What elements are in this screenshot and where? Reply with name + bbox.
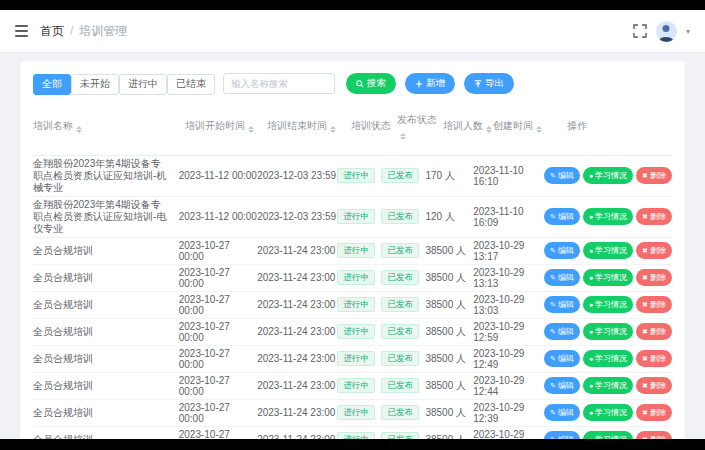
cell-actions: ✎编辑●学习情况✖删除 — [544, 323, 672, 340]
sort-icon[interactable] — [330, 126, 336, 133]
study-status-button[interactable]: ●学习情况 — [583, 269, 633, 286]
edit-button[interactable]: ✎编辑 — [544, 242, 580, 259]
study-status-icon: ● — [589, 301, 593, 308]
study-status-button[interactable]: ●学习情况 — [583, 242, 633, 259]
fullscreen-icon[interactable] — [633, 24, 647, 38]
sort-up-icon — [536, 126, 542, 129]
study-status-icon: ● — [589, 172, 593, 179]
tab-filter-3[interactable]: 已结束 — [167, 74, 215, 95]
column-label: 培训状态 — [351, 119, 391, 133]
action-label: 编辑 — [558, 211, 574, 222]
cell-publish-status: 已发布 — [381, 243, 425, 258]
study-status-button[interactable]: ●学习情况 — [583, 323, 633, 340]
column-header-0: 培训名称 — [33, 120, 185, 133]
edit-button[interactable]: ✎编辑 — [544, 323, 580, 340]
column-header-4: 发布状态 — [397, 113, 443, 140]
action-label: 学习情况 — [595, 245, 627, 256]
action-label: 删除 — [650, 245, 666, 256]
content: 全部未开始进行中已结束 搜索 新增 导出 — [0, 53, 705, 439]
edit-button[interactable]: ✎编辑 — [544, 167, 580, 184]
edit-button[interactable]: ✎编辑 — [544, 350, 580, 367]
add-button[interactable]: 新增 — [405, 73, 455, 94]
action-label: 删除 — [650, 407, 666, 418]
study-status-button[interactable]: ●学习情况 — [583, 296, 633, 313]
sort-icon[interactable] — [536, 126, 542, 133]
cell-people-count: 170 人 — [425, 169, 473, 183]
edit-button[interactable]: ✎编辑 — [544, 208, 580, 225]
sort-icon[interactable] — [486, 126, 492, 133]
delete-button[interactable]: ✖删除 — [636, 269, 672, 286]
edit-icon: ✎ — [550, 301, 556, 308]
edit-button[interactable]: ✎编辑 — [544, 404, 580, 421]
delete-button[interactable]: ✖删除 — [636, 350, 672, 367]
cell-end-time: 2023-11-24 23:00 — [257, 326, 337, 337]
column-header-7: 操作 — [567, 119, 672, 133]
cell-created-time: 2023-10-29 12:31 — [473, 429, 544, 440]
sort-icon[interactable] — [76, 126, 82, 133]
search-button[interactable]: 搜索 — [346, 73, 396, 94]
cell-publish-status: 已发布 — [381, 405, 425, 420]
delete-button[interactable]: ✖删除 — [636, 208, 672, 225]
table-row: 金翔股份2023年第4期设备专职点检员资质认证应知培训-机械专业2023-11-… — [33, 156, 672, 197]
delete-button[interactable]: ✖删除 — [636, 296, 672, 313]
delete-icon: ✖ — [642, 409, 648, 416]
action-label: 编辑 — [558, 299, 574, 310]
breadcrumb-home[interactable]: 首页 — [40, 23, 64, 40]
cell-training-status: 进行中 — [337, 270, 381, 285]
cell-end-time: 2023-12-03 23:59 — [257, 211, 337, 222]
cell-actions: ✎编辑●学习情况✖删除 — [544, 167, 672, 184]
study-status-button[interactable]: ●学习情况 — [583, 208, 633, 225]
action-label: 删除 — [650, 326, 666, 337]
delete-button[interactable]: ✖删除 — [636, 242, 672, 259]
cell-training-name: 金翔股份2023年第4期设备专职点检员资质认证应知培训-电仪专业 — [33, 199, 179, 235]
sort-icon[interactable] — [248, 126, 254, 133]
study-status-button[interactable]: ●学习情况 — [583, 431, 633, 439]
cell-created-time: 2023-11-10 16:10 — [473, 165, 544, 187]
sort-down-icon — [536, 130, 542, 133]
edit-icon: ✎ — [550, 274, 556, 281]
study-status-button[interactable]: ●学习情况 — [583, 404, 633, 421]
publish-badge: 已发布 — [381, 270, 419, 285]
sort-down-icon — [248, 130, 254, 133]
delete-button[interactable]: ✖删除 — [636, 431, 672, 439]
cell-end-time: 2023-11-24 23:00 — [257, 245, 337, 256]
edit-button[interactable]: ✎编辑 — [544, 431, 580, 439]
tab-filter-1[interactable]: 未开始 — [71, 74, 119, 95]
avatar[interactable] — [656, 21, 677, 42]
cell-actions: ✎编辑●学习情况✖删除 — [544, 350, 672, 367]
delete-button[interactable]: ✖删除 — [636, 167, 672, 184]
action-label: 删除 — [650, 353, 666, 364]
edit-button[interactable]: ✎编辑 — [544, 377, 580, 394]
cell-created-time: 2023-10-29 13:13 — [473, 267, 544, 289]
status-badge: 进行中 — [337, 168, 375, 183]
cell-end-time: 2023-11-24 23:00 — [257, 380, 337, 391]
delete-button[interactable]: ✖删除 — [636, 323, 672, 340]
status-badge: 进行中 — [337, 243, 375, 258]
cell-publish-status: 已发布 — [381, 324, 425, 339]
hamburger-menu-icon[interactable] — [15, 25, 28, 37]
sort-icon[interactable] — [400, 133, 406, 140]
search-input[interactable] — [223, 73, 335, 94]
tab-filter-0[interactable]: 全部 — [33, 74, 71, 95]
cell-training-name: 全员合规培训 — [33, 245, 179, 257]
sort-up-icon — [486, 126, 492, 129]
study-status-icon: ● — [589, 409, 593, 416]
tab-filter-2[interactable]: 进行中 — [119, 74, 167, 95]
edit-button[interactable]: ✎编辑 — [544, 269, 580, 286]
cell-created-time: 2023-10-29 12:59 — [473, 321, 544, 343]
edit-button[interactable]: ✎编辑 — [544, 296, 580, 313]
study-status-button[interactable]: ●学习情况 — [583, 350, 633, 367]
study-status-button[interactable]: ●学习情况 — [583, 377, 633, 394]
caret-down-icon[interactable]: ▾ — [686, 27, 690, 36]
delete-icon: ✖ — [642, 436, 648, 439]
cell-start-time: 2023-10-27 00:00 — [179, 294, 257, 316]
cell-people-count: 38500 人 — [425, 298, 473, 312]
cell-training-name: 全员合规培训 — [33, 380, 179, 392]
cell-people-count: 38500 人 — [425, 433, 473, 440]
search-icon — [356, 80, 364, 88]
export-button[interactable]: 导出 — [464, 73, 514, 94]
study-status-button[interactable]: ●学习情况 — [583, 167, 633, 184]
action-label: 删除 — [650, 170, 666, 181]
delete-button[interactable]: ✖删除 — [636, 377, 672, 394]
delete-button[interactable]: ✖删除 — [636, 404, 672, 421]
